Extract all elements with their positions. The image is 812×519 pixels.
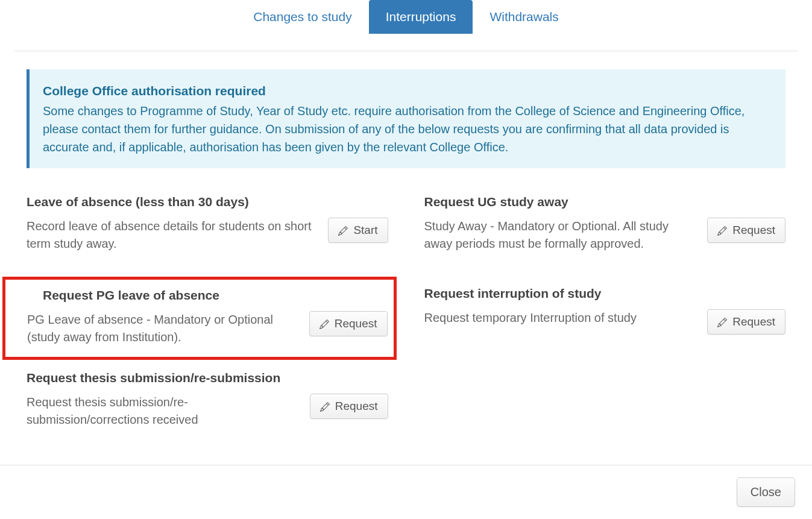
pencil-icon [717,225,727,235]
button-label: Request [335,400,378,413]
button-label: Request [335,317,377,330]
pencil-icon [338,225,348,235]
card-desc: PG Leave of absence - Mandatory or Optio… [27,311,297,346]
card-ug-study-away: Request UG study away Study Away - Manda… [424,192,786,260]
alert-body: Some changes to Programme of Study, Year… [43,102,772,156]
close-button[interactable]: Close [737,477,795,507]
card-title: Request interruption of study [424,286,786,301]
card-desc: Study Away - Mandatory or Optional. All … [424,218,696,253]
card-title: Request thesis submission/re-submission [27,371,388,385]
pencil-icon [717,317,727,327]
tab-withdrawals[interactable]: Withdrawals [473,0,575,34]
card-desc: Request thesis submission/re-submission/… [27,394,298,429]
request-ug-study-away-button[interactable]: Request [707,218,785,243]
tab-bar: Changes to study Interruptions Withdrawa… [0,0,812,34]
card-desc: Request temporary Interruption of study [424,309,696,327]
card-interruption: Request interruption of study Request te… [424,284,786,342]
tab-interruptions[interactable]: Interruptions [369,0,473,34]
tab-changes-to-study[interactable]: Changes to study [236,0,368,34]
card-title: Leave of absence (less than 30 days) [27,195,388,209]
content-area: College Office authorisation required So… [0,51,812,453]
request-thesis-button[interactable]: Request [310,394,388,419]
request-interruption-button[interactable]: Request [707,309,785,335]
card-thesis-submission: Request thesis submission/re-submission … [27,368,388,436]
card-leave-of-absence: Leave of absence (less than 30 days) Rec… [27,192,388,260]
right-column: Request UG study away Study Away - Manda… [424,192,786,453]
pencil-icon [319,319,329,329]
authorisation-alert: College Office authorisation required So… [27,69,785,168]
start-button[interactable]: Start [328,218,388,243]
footer: Close [0,465,812,519]
pencil-icon [320,401,330,411]
card-pg-leave-of-absence: Request PG leave of absence PG Leave of … [2,277,397,360]
card-desc: Record leave of absence details for stud… [27,218,316,253]
button-label: Request [732,315,775,329]
card-title: Request UG study away [424,195,786,209]
alert-title: College Office authorisation required [43,81,772,101]
button-label: Start [353,224,377,237]
left-column: Leave of absence (less than 30 days) Rec… [27,192,388,453]
columns: Leave of absence (less than 30 days) Rec… [27,192,785,453]
request-pg-leave-button[interactable]: Request [309,311,388,336]
button-label: Request [732,224,775,237]
card-title: Request PG leave of absence [27,288,388,303]
